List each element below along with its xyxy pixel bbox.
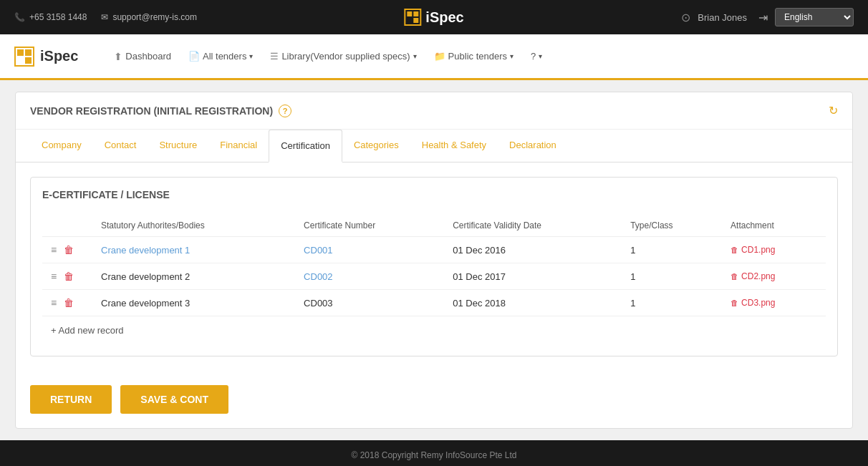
row-1-attachment: 🗑 CD1.png	[722, 237, 826, 263]
help-dropdown-icon: ▾	[539, 52, 542, 60]
col-cert-number: Certificate Number	[295, 215, 444, 237]
col-validity: Certificate Validity Date	[444, 215, 622, 237]
email-info: ✉ support@remy-is.com	[101, 12, 197, 22]
email-icon: ✉	[101, 12, 108, 22]
certificate-table: Statutory Authorites/Bodies Certificate …	[42, 215, 826, 316]
attach-3-trash-icon: 🗑	[730, 298, 738, 307]
row-1-edit-icon[interactable]: ≡	[51, 244, 57, 256]
page-header: VENDOR REGISTRATION (INITIAL REGISTRATIO…	[16, 92, 852, 130]
col-actions	[42, 215, 92, 237]
row-3-attachment-link[interactable]: 🗑 CD3.png	[730, 298, 817, 308]
table-row: ≡ 🗑 Crane development 2 CD002 01 Dec 201…	[42, 263, 826, 290]
row-1-type: 1	[622, 237, 722, 263]
top-logo: iSpec	[404, 9, 463, 26]
nav-app-name: iSpec	[40, 48, 78, 64]
row-2-cert-number: CD002	[295, 263, 444, 290]
tab-health-safety[interactable]: Health & Safety	[410, 130, 498, 162]
row-2-attachment: 🗑 CD2.png	[722, 263, 826, 290]
row-2-cert-link[interactable]: CD002	[304, 271, 332, 282]
user-section: ⊙ Brian Jones ⇥ English	[681, 8, 854, 26]
row-1-cert-number: CD001	[295, 237, 444, 263]
nav-all-tenders[interactable]: 📄 All tenders ▾	[188, 51, 253, 62]
nav-public-tenders[interactable]: 📁 Public tenders ▾	[434, 51, 513, 62]
footer-text: © 2018 Copyright Remy InfoSource Pte Ltd	[352, 450, 517, 460]
tab-contact[interactable]: Contact	[93, 130, 148, 162]
nav-help[interactable]: ? ▾	[531, 51, 542, 62]
phone-number: +65 3158 1448	[29, 12, 87, 22]
public-dropdown-icon: ▾	[510, 52, 513, 60]
table-row: ≡ 🗑 Crane development 3 CD003 01 Dec 201…	[42, 290, 826, 316]
row-2-type: 1	[622, 263, 722, 290]
help-icon: ?	[531, 51, 536, 62]
user-name: Brian Jones	[698, 12, 747, 23]
row-1-delete-icon[interactable]: 🗑	[64, 244, 74, 256]
email-address: support@remy-is.com	[112, 12, 197, 22]
tenders-icon: 📄	[188, 51, 200, 62]
row-1-authority: Crane development 1	[92, 237, 295, 263]
attach-1-trash-icon: 🗑	[730, 246, 738, 254]
col-type: Type/Class	[622, 215, 722, 237]
section-title: E-CERTIFICATE / LICENSE	[42, 189, 826, 200]
public-icon: 📁	[434, 51, 445, 62]
tenders-dropdown-icon: ▾	[249, 52, 253, 60]
row-3-cert-number: CD003	[295, 290, 444, 316]
row-1-actions: ≡ 🗑	[42, 237, 92, 263]
nav-bar: iSpec ⬆ Dashboard 📄 All tenders ▾ ☰ Libr…	[0, 34, 868, 80]
page-help-icon[interactable]: ?	[279, 105, 291, 117]
page-title-area: VENDOR REGISTRATION (INITIAL REGISTRATIO…	[30, 105, 291, 117]
language-select[interactable]: English	[775, 8, 854, 26]
tab-declaration[interactable]: Declaration	[498, 130, 568, 162]
row-3-edit-icon[interactable]: ≡	[51, 297, 57, 309]
row-2-validity: 01 Dec 2017	[444, 263, 622, 290]
nav-logo: iSpec	[14, 47, 78, 67]
nav-logo-icon	[14, 47, 34, 67]
refresh-button[interactable]: ↻	[829, 104, 838, 117]
content-area: E-CERTIFICATE / LICENSE Statutory Author…	[16, 162, 852, 371]
tab-certification[interactable]: Certification	[269, 130, 342, 162]
tab-financial[interactable]: Financial	[208, 130, 269, 162]
row-3-validity: 01 Dec 2018	[444, 290, 622, 316]
page-title-text: VENDOR REGISTRATION (INITIAL REGISTRATIO…	[30, 105, 273, 117]
action-buttons: RETURN SAVE & CONT	[16, 371, 852, 428]
top-bar: 📞 +65 3158 1448 ✉ support@remy-is.com iS…	[0, 0, 868, 34]
row-1-attachment-link[interactable]: 🗑 CD1.png	[730, 245, 817, 255]
row-2-actions: ≡ 🗑	[42, 263, 92, 290]
contact-info: 📞 +65 3158 1448 ✉ support@remy-is.com	[14, 12, 667, 22]
attach-2-trash-icon: 🗑	[730, 272, 738, 281]
return-button[interactable]: RETURN	[30, 385, 112, 414]
nav-dashboard[interactable]: ⬆ Dashboard	[114, 51, 171, 62]
logout-button[interactable]: ⇥	[758, 11, 768, 24]
row-1-validity: 01 Dec 2016	[444, 237, 622, 263]
tab-categories[interactable]: Categories	[342, 130, 410, 162]
row-3-authority: Crane development 3	[92, 290, 295, 316]
footer: © 2018 Copyright Remy InfoSource Pte Ltd	[0, 440, 868, 466]
row-3-type: 1	[622, 290, 722, 316]
library-dropdown-icon: ▾	[413, 52, 417, 60]
app-name: iSpec	[425, 9, 463, 26]
certificate-section: E-CERTIFICATE / LICENSE Statutory Author…	[30, 177, 838, 356]
row-2-attachment-link[interactable]: 🗑 CD2.png	[730, 271, 817, 281]
page-container: VENDOR REGISTRATION (INITIAL REGISTRATIO…	[15, 92, 853, 429]
row-2-authority: Crane development 2	[92, 263, 295, 290]
nav-library[interactable]: ☰ Library(Vendor supplied specs) ▾	[270, 51, 416, 62]
library-icon: ☰	[270, 51, 279, 62]
col-attachment: Attachment	[722, 215, 826, 237]
tabs-container: Company Contact Structure Financial Cert…	[16, 130, 852, 162]
tab-company[interactable]: Company	[30, 130, 93, 162]
phone-icon: 📞	[14, 12, 25, 22]
row-1-authority-link[interactable]: Crane development 1	[101, 245, 190, 256]
row-2-delete-icon[interactable]: 🗑	[64, 271, 74, 282]
row-1-cert-link[interactable]: CD001	[304, 245, 332, 256]
user-icon: ⊙	[681, 11, 690, 24]
save-button[interactable]: SAVE & CONT	[120, 385, 228, 414]
row-3-attachment: 🗑 CD3.png	[722, 290, 826, 316]
phone-info: 📞 +65 3158 1448	[14, 12, 87, 22]
add-record-button[interactable]: + Add new record	[42, 316, 826, 344]
tab-structure[interactable]: Structure	[148, 130, 208, 162]
dashboard-icon: ⬆	[114, 51, 122, 62]
row-2-edit-icon[interactable]: ≡	[51, 271, 57, 282]
table-row: ≡ 🗑 Crane development 1 CD001 01 Dec 201…	[42, 237, 826, 263]
row-3-delete-icon[interactable]: 🗑	[64, 297, 74, 309]
logo-icon	[404, 9, 421, 26]
row-3-actions: ≡ 🗑	[42, 290, 92, 316]
